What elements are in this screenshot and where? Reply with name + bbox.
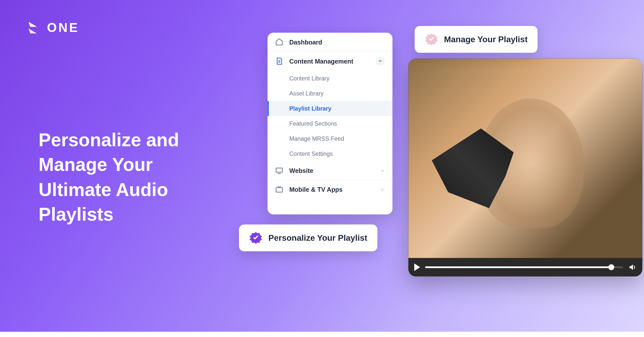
progress-thumb[interactable] (608, 264, 614, 270)
svg-rect-2 (276, 168, 283, 172)
chevron-up-icon[interactable] (376, 57, 385, 66)
verified-badge-pink-icon (425, 33, 438, 46)
sidebar-nav: Dashboard Content Management Content Lib… (267, 33, 392, 214)
badge-manage-playlist: Manage Your Playlist (415, 26, 538, 53)
tv-icon (275, 185, 283, 194)
brand-logo: ONE (26, 20, 79, 35)
badge-label: Manage Your Playlist (444, 35, 528, 44)
monitor-icon (275, 166, 283, 175)
subnav-content-settings[interactable]: Content Settings (267, 146, 392, 161)
volume-icon[interactable] (628, 263, 636, 271)
chevron-down-icon (380, 186, 385, 193)
nav-item-website[interactable]: Website (267, 161, 392, 180)
document-icon (275, 57, 283, 65)
badge-label: Personalize Your Playlist (268, 233, 367, 243)
subnav-content-library[interactable]: Content Library (267, 71, 392, 86)
nav-label: Website (289, 167, 374, 174)
nav-label: Dashboard (289, 38, 385, 45)
nav-label: Mobile & TV Apps (289, 186, 374, 193)
subnav-manage-mrss[interactable]: Manage MRSS Feed (267, 131, 392, 146)
verified-badge-purple-icon (249, 231, 262, 245)
player-thumbnail (408, 59, 642, 258)
play-button[interactable] (414, 263, 420, 271)
subnav-featured-sections[interactable]: Featured Sections (267, 116, 392, 131)
media-player (408, 59, 642, 276)
nav-item-dashboard[interactable]: Dashboard (267, 33, 392, 52)
subnav-playlist-library[interactable]: Playlist Library (267, 101, 392, 116)
home-icon (275, 38, 283, 46)
subnav-asset-library[interactable]: Asset Library (267, 86, 392, 101)
nav-item-content-management[interactable]: Content Management (267, 52, 392, 71)
chevron-down-icon (380, 167, 385, 174)
progress-slider[interactable] (425, 266, 623, 268)
player-controls (408, 258, 642, 276)
svg-rect-4 (276, 187, 283, 192)
nav-label: Content Management (289, 58, 370, 65)
logo-text: ONE (47, 21, 79, 35)
page-headline: Personalize and Manage Your Ultimate Aud… (38, 127, 219, 227)
badge-personalize-playlist: Personalize Your Playlist (239, 224, 377, 251)
nav-item-mobile-tv[interactable]: Mobile & TV Apps (267, 180, 392, 199)
progress-fill (425, 266, 611, 268)
logo-mark-icon (26, 20, 41, 35)
